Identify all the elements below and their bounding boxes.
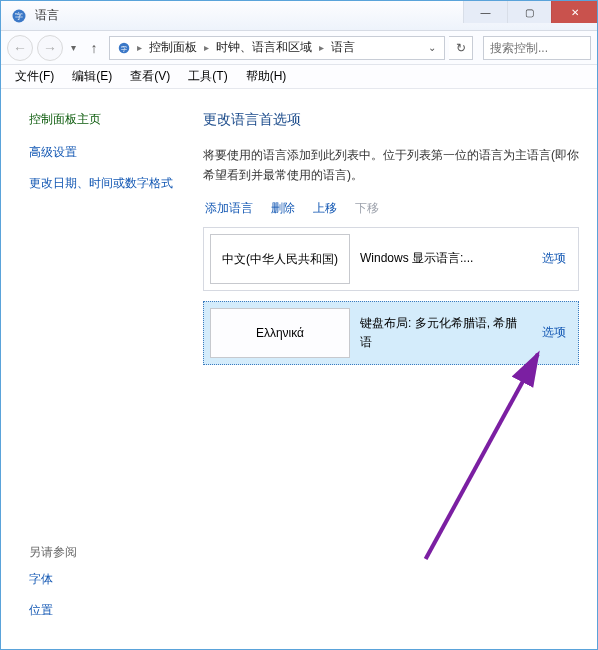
control-panel-home-link[interactable]: 控制面板主页 (29, 111, 175, 128)
nav-back-button[interactable]: ← (7, 35, 33, 61)
language-info: 键盘布局: 多元化希腊语, 希腊语 (356, 302, 530, 364)
svg-text:字: 字 (15, 12, 23, 21)
search-input[interactable] (484, 41, 590, 55)
refresh-button[interactable]: ↻ (449, 36, 473, 60)
svg-text:字: 字 (121, 44, 127, 51)
breadcrumb-segment[interactable]: 时钟、语言和区域 (210, 39, 318, 56)
window-title: 语言 (35, 7, 59, 24)
language-row[interactable]: 中文(中华人民共和国) Windows 显示语言:... 选项 (203, 227, 579, 291)
refresh-icon: ↻ (456, 41, 466, 55)
arrow-up-icon: ↑ (91, 40, 98, 56)
app-icon: 字 (11, 8, 27, 24)
language-name: 中文(中华人民共和国) (210, 234, 350, 284)
language-info: Windows 显示语言:... (356, 228, 530, 290)
chevron-right-icon: ▸ (203, 42, 210, 53)
language-toolbar: 添加语言 删除 上移 下移 (203, 200, 579, 217)
maximize-button[interactable]: ▢ (507, 1, 551, 23)
page-description: 将要使用的语言添加到此列表中。位于列表第一位的语言为主语言(即你希望看到并最常使… (203, 145, 579, 186)
language-options-link[interactable]: 选项 (530, 302, 578, 364)
sidebar: 控制面板主页 高级设置 更改日期、时间或数字格式 另请参阅 字体 位置 (1, 89, 191, 649)
add-language-button[interactable]: 添加语言 (205, 200, 253, 217)
main-panel: 更改语言首选项 将要使用的语言添加到此列表中。位于列表第一位的语言为主语言(即你… (191, 89, 597, 649)
sidebar-link-advanced[interactable]: 高级设置 (29, 144, 175, 161)
close-button[interactable]: ✕ (551, 1, 597, 23)
content-area: 控制面板主页 高级设置 更改日期、时间或数字格式 另请参阅 字体 位置 更改语言… (1, 89, 597, 649)
svg-line-4 (426, 354, 538, 559)
breadcrumb-segment[interactable]: 语言 (325, 39, 361, 56)
arrow-left-icon: ← (13, 41, 27, 55)
address-bar: ← → ▾ ↑ 字 ▸ 控制面板 ▸ 时钟、语言和区域 ▸ 语言 ⌄ ↻ (1, 31, 597, 65)
menu-file[interactable]: 文件(F) (7, 66, 62, 87)
language-options-link[interactable]: 选项 (530, 228, 578, 290)
location-icon: 字 (116, 40, 132, 56)
move-down-button[interactable]: 下移 (355, 200, 379, 217)
see-also-heading: 另请参阅 (29, 544, 175, 561)
language-list: 中文(中华人民共和国) Windows 显示语言:... 选项 Ελληνικά… (203, 227, 579, 365)
menu-tools[interactable]: 工具(T) (180, 66, 235, 87)
chevron-right-icon: ▸ (136, 42, 143, 53)
menu-edit[interactable]: 编辑(E) (64, 66, 120, 87)
breadcrumb-dropdown[interactable]: ⌄ (422, 42, 442, 53)
nav-up-button[interactable]: ↑ (83, 37, 105, 59)
remove-language-button[interactable]: 删除 (271, 200, 295, 217)
sidebar-link-datetime-format[interactable]: 更改日期、时间或数字格式 (29, 175, 175, 192)
page-heading: 更改语言首选项 (203, 111, 579, 129)
menu-view[interactable]: 查看(V) (122, 66, 178, 87)
see-also-fonts[interactable]: 字体 (29, 571, 175, 588)
nav-forward-button[interactable]: → (37, 35, 63, 61)
breadcrumb[interactable]: 字 ▸ 控制面板 ▸ 时钟、语言和区域 ▸ 语言 ⌄ (109, 36, 445, 60)
chevron-right-icon: ▸ (318, 42, 325, 53)
menu-help[interactable]: 帮助(H) (238, 66, 295, 87)
minimize-button[interactable]: — (463, 1, 507, 23)
titlebar: 字 语言 — ▢ ✕ (1, 1, 597, 31)
arrow-right-icon: → (43, 41, 57, 55)
move-up-button[interactable]: 上移 (313, 200, 337, 217)
nav-history-dropdown[interactable]: ▾ (67, 42, 79, 53)
language-row[interactable]: Ελληνικά 键盘布局: 多元化希腊语, 希腊语 选项 (203, 301, 579, 365)
breadcrumb-segment[interactable]: 控制面板 (143, 39, 203, 56)
search-box[interactable] (483, 36, 591, 60)
see-also-location[interactable]: 位置 (29, 602, 175, 619)
window-controls: — ▢ ✕ (463, 1, 597, 23)
menu-bar: 文件(F) 编辑(E) 查看(V) 工具(T) 帮助(H) (1, 65, 597, 89)
language-name: Ελληνικά (210, 308, 350, 358)
